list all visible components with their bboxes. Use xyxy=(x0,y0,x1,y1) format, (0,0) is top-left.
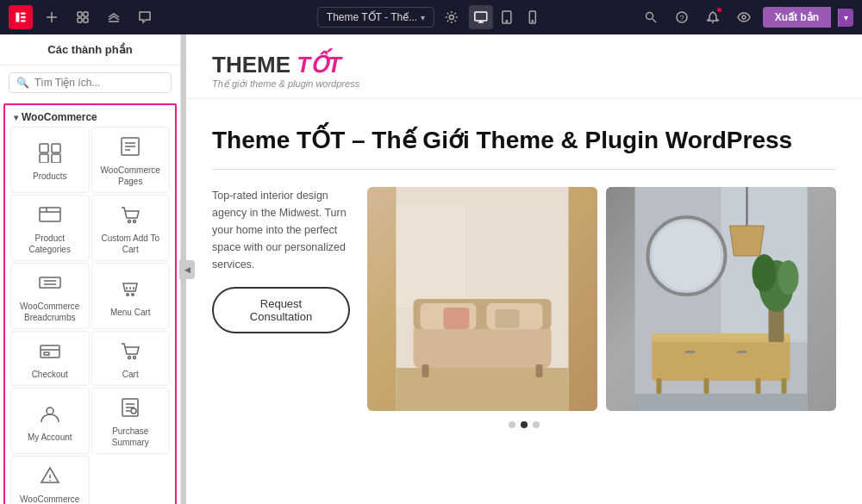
hero-section: Theme TỐT – Thế Giới Theme & Plugin Word… xyxy=(186,99,862,445)
help-button[interactable]: ? xyxy=(670,5,694,29)
search-box[interactable]: 🔍 xyxy=(9,72,172,93)
svg-rect-26 xyxy=(52,144,60,152)
checkout-icon xyxy=(38,340,62,365)
svg-point-70 xyxy=(653,221,721,290)
svg-point-46 xyxy=(128,357,131,359)
hero-divider xyxy=(212,169,836,170)
woocommerce-section-title[interactable]: ▾ WooCommerce xyxy=(5,105,175,127)
logo-subtitle: Thế giới theme & plugin wordpress xyxy=(212,78,359,90)
widget-woocommerce-pages[interactable]: WooCommerce Pages xyxy=(91,127,171,193)
widgets-grid: Products WooCommerce Pages xyxy=(5,127,175,504)
svg-rect-65 xyxy=(422,364,429,377)
hero-title: Theme TỐT – Thế Giới Theme & Plugin Word… xyxy=(212,125,836,155)
settings-button[interactable] xyxy=(440,5,464,29)
svg-point-47 xyxy=(134,357,136,359)
carousel-dot-2[interactable] xyxy=(521,421,528,428)
hero-images xyxy=(367,187,836,411)
widget-product-categories[interactable]: Product Categories xyxy=(10,195,90,261)
svg-rect-2 xyxy=(21,16,26,18)
svg-point-41 xyxy=(127,293,128,295)
search-input[interactable] xyxy=(34,77,164,89)
svg-rect-9 xyxy=(84,18,88,22)
menu-cart-icon xyxy=(118,278,142,303)
publish-button[interactable]: Xuất bản xyxy=(763,7,831,28)
svg-rect-58 xyxy=(414,325,552,368)
svg-rect-28 xyxy=(52,154,60,163)
svg-point-48 xyxy=(47,408,53,414)
search-button[interactable] xyxy=(639,5,663,29)
eye-preview-button[interactable] xyxy=(732,5,756,29)
widget-purchase-summary[interactable]: Purchase Summary xyxy=(91,388,171,454)
top-bar: Theme TỐT - Thế... ▾ ? xyxy=(0,0,862,34)
top-bar-center: Theme TỐT - Thế... ▾ xyxy=(317,5,545,29)
layers-button[interactable] xyxy=(102,5,126,29)
widget-products[interactable]: Products xyxy=(10,127,90,193)
site-header: THEME TỐT Thế giới theme & plugin wordpr… xyxy=(186,34,862,99)
svg-line-20 xyxy=(653,19,656,22)
woocommerce-section: ▾ WooCommerce Products xyxy=(3,103,177,504)
svg-rect-33 xyxy=(40,208,60,221)
svg-point-53 xyxy=(131,408,136,414)
left-panel: Các thành phần 🔍 ▾ WooCommerce xyxy=(0,34,181,504)
page-title-dropdown[interactable]: Theme TỐT - Thế... ▾ xyxy=(317,7,434,28)
widget-woocommerce-notices[interactable]: WooCommerce Notices xyxy=(10,456,90,504)
product-categories-icon xyxy=(38,204,62,229)
svg-rect-78 xyxy=(737,351,747,353)
svg-rect-7 xyxy=(84,12,88,16)
custom-add-to-cart-label: Custom Add To Cart xyxy=(96,233,166,255)
navigator-button[interactable] xyxy=(71,5,95,29)
tablet-view-button[interactable] xyxy=(495,5,519,29)
widget-cart[interactable]: Cart xyxy=(91,331,171,386)
hero-content: Top-rated interior design agency in the … xyxy=(212,187,836,411)
cart-icon xyxy=(118,340,142,365)
menu-cart-label: Menu Cart xyxy=(110,307,151,318)
desktop-view-button[interactable] xyxy=(469,5,493,29)
svg-rect-38 xyxy=(40,277,60,288)
svg-point-37 xyxy=(134,221,136,223)
comments-button[interactable] xyxy=(133,5,157,29)
carousel-dots xyxy=(212,421,836,428)
svg-rect-1 xyxy=(21,12,26,14)
svg-rect-77 xyxy=(685,351,696,353)
product-categories-label: Product Categories xyxy=(15,233,85,255)
breadcrumbs-icon xyxy=(38,272,62,297)
panel-collapse-button[interactable]: ◀ xyxy=(179,260,195,279)
svg-rect-57 xyxy=(397,204,465,308)
elementor-logo[interactable] xyxy=(9,5,33,29)
hero-text-block: Top-rated interior design agency in the … xyxy=(212,187,350,333)
publish-dropdown-button[interactable]: ▾ xyxy=(838,9,853,27)
my-account-icon xyxy=(38,403,62,428)
section-toggle: ▾ xyxy=(14,113,18,122)
svg-rect-76 xyxy=(782,378,787,394)
device-switcher xyxy=(469,5,545,29)
consultation-button[interactable]: Request Consultation xyxy=(212,287,350,333)
checkout-label: Checkout xyxy=(32,369,68,380)
svg-point-81 xyxy=(753,254,777,292)
widget-custom-add-to-cart[interactable]: Custom Add To Cart xyxy=(91,195,171,261)
dropdown-arrow: ▾ xyxy=(421,13,425,22)
widget-my-account[interactable]: My Account xyxy=(10,388,90,454)
woocommerce-notices-icon xyxy=(38,465,62,490)
widget-breadcrumbs[interactable]: WooCommerce Breadcrumbs xyxy=(10,263,90,329)
carousel-dot-3[interactable] xyxy=(533,421,540,428)
svg-point-24 xyxy=(742,16,746,19)
search-icon: 🔍 xyxy=(16,77,29,89)
logo-text: THEME TỐT xyxy=(212,52,359,78)
hero-image-1 xyxy=(367,187,597,411)
hero-description: Top-rated interior design agency in the … xyxy=(212,187,350,273)
top-bar-left xyxy=(9,5,157,29)
widget-menu-cart[interactable]: Menu Cart xyxy=(91,263,171,329)
svg-point-18 xyxy=(532,21,533,22)
add-widget-button[interactable] xyxy=(40,5,64,29)
svg-point-36 xyxy=(128,221,131,223)
mobile-view-button[interactable] xyxy=(521,5,545,29)
logo-tot-part: TỐT xyxy=(297,52,341,78)
svg-rect-27 xyxy=(40,154,48,163)
svg-rect-12 xyxy=(475,12,487,21)
widget-checkout[interactable]: Checkout xyxy=(10,331,90,386)
products-icon xyxy=(38,142,62,167)
svg-point-82 xyxy=(778,260,799,295)
carousel-dot-1[interactable] xyxy=(509,421,515,428)
svg-rect-6 xyxy=(78,12,82,16)
notifications-button[interactable] xyxy=(701,5,725,29)
